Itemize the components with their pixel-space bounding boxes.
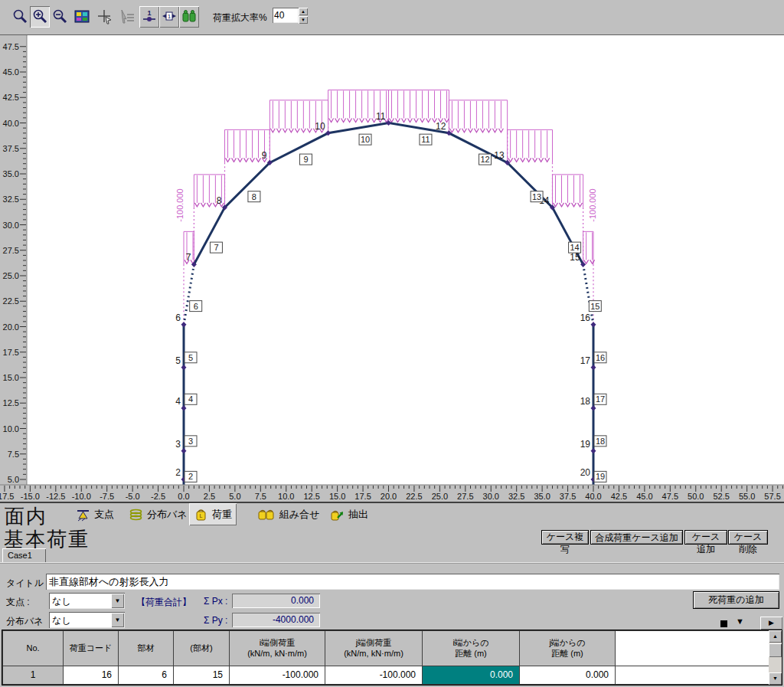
display-settings-button[interactable] [72,6,92,28]
scrollbar-thumb[interactable] [769,643,782,657]
node-number-label: 18 [580,396,591,407]
crosshair-icon [96,8,113,25]
cell-load_j[interactable]: -100.000 [325,666,423,684]
spin-up-icon[interactable]: ▲ [299,8,308,15]
record-stop-icon[interactable] [720,620,727,627]
display-settings-icon [74,8,90,25]
node-number-icon: 1 [141,8,158,25]
x-axis-tick-label: 15.0 [329,492,345,501]
element-number: 6 [194,302,198,311]
node-number-label: 16 [580,312,591,323]
tool-extract[interactable]: 抽出 [325,503,373,525]
x-axis-tick-label: 52.5 [713,492,729,501]
node-number-label: 6 [175,312,181,323]
title-input[interactable]: 非直線部材への射影長入力 [46,574,779,590]
tool-support[interactable]: 支点 [71,503,119,525]
y-axis-tick-label: 22.5 [3,296,19,306]
select-list-button[interactable] [117,6,137,28]
y-axis-tick-label: 17.5 [3,348,19,357]
x-axis-tick-label: 2.5 [204,492,215,501]
node-number-label: 11 [376,111,386,122]
x-axis-tick-label: 10.0 [278,492,294,501]
x-axis-tick-label: 30.0 [483,492,499,501]
element-number: 10 [361,135,370,144]
support-icon [76,508,90,522]
sum-py-label: Σ Py : [204,615,227,626]
support-label: 支点 : [6,596,30,609]
composite-case-add-button[interactable]: 合成荷重ケース追加 [590,530,683,545]
cell-no[interactable]: 1 [3,666,64,684]
y-axis-tick-label: 42.5 [3,93,19,102]
dead-load-add-button[interactable]: 死荷重の追加 [693,591,779,609]
cell-dist_j[interactable]: 0.000 [520,666,616,684]
y-axis-tick-label: 47.5 [3,42,19,51]
scroll-up-icon[interactable]: ▲ [769,630,782,643]
element-numbers-toggle[interactable]: 1 [159,6,179,28]
tool-load[interactable]: L 荷重 [189,503,237,525]
node-number-label: 7 [186,252,191,263]
record-next-button[interactable]: ▶ [760,617,782,630]
cell-dist_i[interactable]: 0.000 [423,666,520,684]
element-number: 12 [480,155,489,164]
cell-load_i[interactable]: -100.000 [230,666,325,684]
svg-text:L: L [200,513,203,519]
table-scrollbar[interactable]: ▲ ▼ [769,630,782,685]
scroll-down-icon[interactable]: ▼ [769,672,782,685]
table-header: j端側荷重(kN/m, kN·m/m) [325,631,423,666]
zoom-out-button[interactable] [50,6,70,28]
spring-dropdown[interactable]: なし ▼ [49,612,125,628]
y-axis-tick-label: 7.5 [8,450,19,459]
element-number: 14 [570,243,579,252]
element-number: 15 [590,302,599,311]
support-dropdown-value: なし [52,595,71,608]
case-delete-button[interactable]: ケース削除 [728,530,768,545]
sum-px-label: Σ Px : [204,596,227,607]
chevron-down-icon[interactable]: ▼ [111,613,124,627]
x-axis-tick-label: 32.5 [508,492,524,501]
chevron-down-icon[interactable]: ▼ [111,594,124,608]
x-axis-tick-label: 42.5 [611,492,627,501]
x-axis-tick-label: 37.5 [560,492,576,501]
title-label: タイトル : [6,577,49,590]
load-value-label-right: -100.000 [588,188,597,221]
element-number: 11 [421,135,430,144]
zoom-in-button[interactable] [30,6,50,28]
magnifier-icon [11,8,28,25]
tool-combine[interactable]: 組み合せ [253,503,325,525]
cell-member_j[interactable]: 15 [174,666,230,684]
load-diagram-canvas[interactable]: -100.000-100.000234567891011121314151617… [0,34,784,502]
element-number: 7 [214,243,218,252]
x-axis-tick-label: -15.0 [21,492,40,501]
table-header-filler [616,631,782,666]
case-add-button[interactable]: ケース追加 [684,530,727,545]
x-axis-tick-label: 5.0 [229,492,240,501]
node-numbers-toggle[interactable]: 1 [139,6,159,28]
element-number: 18 [596,437,605,446]
case-copy-button[interactable]: ケース複写 [541,530,589,545]
spring-icon [129,508,143,522]
load-scale-spinner[interactable]: ▲ ▼ [299,8,308,24]
node-number-label: 20 [580,467,591,478]
tool-combine-label: 組み合せ [279,508,320,522]
y-axis-tick-label: 37.5 [3,144,19,153]
element-number: 8 [252,192,256,201]
x-axis-tick-label: 22.5 [406,492,422,501]
load-scale-input[interactable] [273,8,299,23]
cell-member_i[interactable]: 6 [119,666,174,684]
spring-label: 分布バネ [6,615,44,628]
x-axis-tick-label: -7.5 [100,492,114,501]
table-header: 部材 [119,631,174,666]
tool-spring[interactable]: 分布バネ [124,503,192,525]
tab-case1[interactable]: Case1 [2,548,46,562]
y-axis-tick-label: 10.0 [3,424,19,433]
spin-down-icon[interactable]: ▼ [299,16,308,24]
x-axis-tick-label: 12.5 [303,492,319,501]
record-down-icon[interactable]: ▼ [736,617,744,626]
zoom-reset-button[interactable] [10,6,30,28]
select-node-button[interactable] [95,6,115,28]
load-group-icon [181,8,198,25]
support-dropdown[interactable]: なし ▼ [49,593,125,609]
x-axis-tick-label: 25.0 [432,492,448,501]
load-group-toggle[interactable] [179,6,199,28]
cell-code[interactable]: 16 [64,666,119,684]
